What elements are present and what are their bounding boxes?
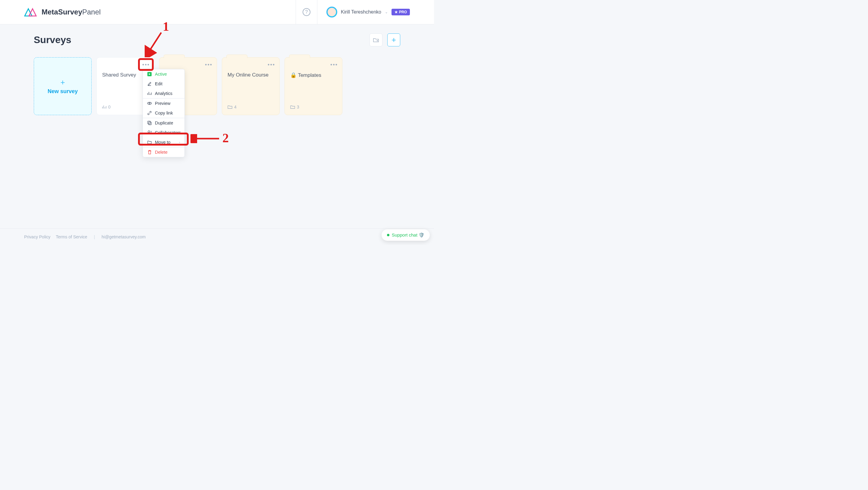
analytics-icon: [102, 105, 106, 109]
header: MetaSurveyPanel ? Kirill Tereshchenko ⌄ …: [0, 0, 434, 24]
link-icon: [147, 111, 152, 115]
avatar: [327, 7, 337, 18]
menu-copylink[interactable]: Copy link: [143, 108, 184, 118]
svg-rect-3: [149, 122, 151, 125]
title-row: Surveys +: [34, 33, 400, 47]
new-survey-label: New survey: [48, 88, 78, 95]
menu-moveto[interactable]: Move to ›: [143, 137, 184, 147]
footer-terms[interactable]: Terms of Service: [56, 235, 87, 239]
folder-card[interactable]: ••• 🔒 Templates 3: [284, 57, 342, 115]
folder-icon: [227, 105, 232, 109]
svg-rect-2: [148, 121, 150, 124]
menu-active[interactable]: Active: [143, 69, 184, 79]
menu-analytics[interactable]: Analytics: [143, 89, 184, 98]
folder-plus-icon: [373, 38, 379, 42]
chevron-right-icon: ›: [179, 141, 180, 144]
create-button[interactable]: +: [387, 33, 400, 47]
new-survey-card[interactable]: + New survey: [34, 57, 92, 115]
main-content: Surveys + + New survey ••• Shared Survey…: [0, 24, 434, 124]
eye-icon: [147, 101, 152, 105]
folder-tab: [164, 55, 185, 58]
new-folder-button[interactable]: [370, 33, 382, 47]
context-menu: Active Edit Analytics Preview Copy link …: [143, 69, 185, 157]
star-icon: ★: [395, 10, 398, 14]
card-more-button[interactable]: •••: [142, 62, 150, 68]
brand-text: MetaSurveyPanel: [41, 8, 101, 16]
annotation-number-2: 2: [222, 131, 229, 145]
folder-icon: [290, 105, 295, 109]
card-stat: 3: [290, 104, 299, 110]
logo[interactable]: MetaSurveyPanel: [24, 7, 101, 17]
annotation-arrow-1: [145, 30, 166, 57]
folder-tab: [289, 55, 310, 58]
card-more-button[interactable]: •••: [330, 62, 338, 68]
pencil-icon: [147, 82, 152, 86]
menu-duplicate[interactable]: Duplicate: [143, 118, 184, 128]
svg-point-1: [149, 103, 150, 104]
user-menu[interactable]: Kirill Tereshchenko ⌄ ★ PRO: [327, 7, 410, 18]
analytics-icon: [147, 92, 152, 95]
annotation-arrow-2: [190, 134, 221, 143]
chevron-down-icon: ⌄: [385, 10, 388, 14]
duplicate-icon: [147, 121, 152, 125]
folder-icon: [147, 141, 152, 144]
card-stat: 4: [227, 104, 237, 110]
help-button[interactable]: ?: [296, 0, 317, 24]
card-title: My Online Course: [227, 72, 274, 78]
support-chat-button[interactable]: Support chat 🛡️: [381, 229, 430, 241]
card-stat: 0: [102, 104, 111, 110]
footer-email[interactable]: hi@getmetasurvey.com: [101, 235, 146, 239]
help-icon: ?: [303, 8, 310, 16]
footer: Privacy Policy Terms of Service | hi@get…: [0, 228, 434, 245]
plus-icon: +: [392, 35, 396, 44]
footer-sep: |: [94, 235, 95, 239]
logo-icon: [24, 7, 37, 17]
menu-edit[interactable]: Edit: [143, 79, 184, 89]
annotation-number-1: 1: [163, 19, 169, 34]
card-title: Shared Survey: [102, 72, 149, 78]
cards-row: + New survey ••• Shared Survey 0 ••• ts …: [34, 57, 400, 115]
trash-icon: [147, 150, 152, 154]
header-right: ? Kirill Tereshchenko ⌄ ★ PRO: [296, 0, 410, 24]
card-more-button[interactable]: •••: [205, 62, 213, 68]
username: Kirill Tereshchenko: [341, 9, 381, 15]
title-actions: +: [370, 33, 400, 47]
folder-card[interactable]: ••• My Online Course 4: [222, 57, 280, 115]
pro-badge: ★ PRO: [392, 9, 410, 16]
menu-collaborators[interactable]: Collaborators: [143, 128, 184, 137]
folder-tab: [226, 55, 247, 58]
card-title: 🔒 Templates: [290, 72, 337, 78]
menu-delete[interactable]: Delete: [143, 147, 184, 157]
users-icon: [147, 130, 152, 135]
page-title: Surveys: [34, 34, 71, 45]
menu-preview[interactable]: Preview: [143, 98, 184, 108]
plus-icon: +: [60, 78, 65, 87]
online-dot-icon: [387, 234, 390, 236]
svg-point-4: [148, 131, 150, 132]
card-more-button[interactable]: •••: [268, 62, 275, 68]
footer-privacy[interactable]: Privacy Policy: [24, 235, 50, 239]
play-icon: [147, 72, 152, 76]
